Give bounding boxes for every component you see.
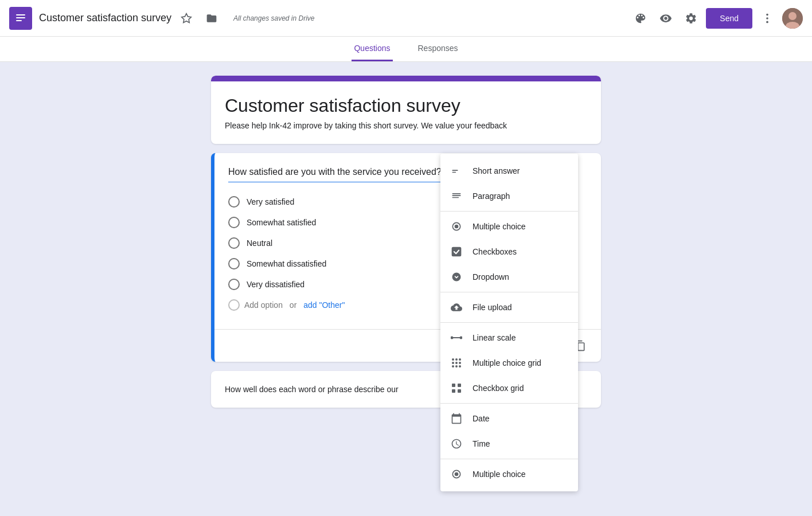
multiple-choice-icon xyxy=(450,220,463,233)
menu-item-file-upload[interactable]: File upload xyxy=(440,295,578,320)
svg-point-4 xyxy=(766,13,768,15)
menu-item-short-answer[interactable]: Short answer xyxy=(440,158,578,183)
svg-rect-34 xyxy=(458,389,461,393)
option-label-5: Very dissatisfied xyxy=(247,280,304,289)
menu-divider-2 xyxy=(440,292,578,292)
radio-2[interactable] xyxy=(228,217,240,228)
menu-item-date[interactable]: Date xyxy=(440,406,578,431)
radio-4[interactable] xyxy=(228,258,240,269)
svg-point-22 xyxy=(452,358,454,361)
menu-label-time: Time xyxy=(473,439,490,448)
checkbox-grid-icon xyxy=(450,381,463,395)
svg-rect-32 xyxy=(458,384,461,387)
main-content: Customer satisfaction survey Please help… xyxy=(0,62,812,421)
survey-description: Please help Ink-42 improve by taking thi… xyxy=(225,121,587,130)
svg-rect-1 xyxy=(16,17,25,18)
svg-rect-11 xyxy=(452,172,456,173)
menu-label-multiple-choice: Multiple choice xyxy=(473,222,526,231)
svg-rect-33 xyxy=(452,389,455,393)
preview-button[interactable] xyxy=(655,8,676,29)
svg-point-23 xyxy=(455,358,458,361)
menu-item-paragraph[interactable]: Paragraph xyxy=(440,183,578,209)
tab-questions[interactable]: Questions xyxy=(352,37,392,61)
svg-point-24 xyxy=(459,358,461,361)
menu-item-checkboxes[interactable]: Checkboxes xyxy=(440,239,578,264)
palette-button[interactable] xyxy=(630,8,651,29)
svg-point-21 xyxy=(460,337,463,339)
svg-point-19 xyxy=(451,337,454,339)
menu-item-multiple-choice[interactable]: Multiple choice xyxy=(440,214,578,239)
menu-divider-4 xyxy=(440,403,578,404)
tab-responses[interactable]: Responses xyxy=(416,37,460,61)
header-right: Send xyxy=(630,8,803,29)
dropdown-icon xyxy=(450,270,463,284)
star-button[interactable] xyxy=(176,8,197,29)
radio-5[interactable] xyxy=(228,279,240,290)
add-other-link[interactable]: add "Other" xyxy=(303,300,345,310)
option-label-2: Somewhat satisfied xyxy=(247,218,316,227)
menu-item-checkbox-grid[interactable]: Checkbox grid xyxy=(440,376,578,401)
header-left: Customer satisfaction survey All changes… xyxy=(9,7,630,30)
menu-label-linear-scale: Linear scale xyxy=(473,333,516,342)
more-button[interactable] xyxy=(757,8,778,29)
folder-button[interactable] xyxy=(201,8,222,29)
menu-item-time[interactable]: Time xyxy=(440,431,578,456)
menu-divider-1 xyxy=(440,211,578,212)
svg-point-8 xyxy=(788,12,797,20)
menu-label-file-upload: File upload xyxy=(473,303,512,312)
svg-rect-10 xyxy=(452,170,458,171)
time-icon xyxy=(450,437,463,451)
svg-point-36 xyxy=(455,472,459,476)
menu-label-dropdown: Dropdown xyxy=(473,272,509,282)
survey-title: Customer satisfaction survey xyxy=(225,95,587,116)
file-upload-icon xyxy=(450,300,463,314)
question-2-text: How well does each word or phrase descri… xyxy=(225,385,399,394)
svg-point-5 xyxy=(766,17,768,19)
svg-point-18 xyxy=(452,273,461,282)
settings-button[interactable] xyxy=(681,8,701,29)
menu-label-checkbox-grid: Checkbox grid xyxy=(473,384,524,393)
menu-item-multiple-choice-2[interactable]: Multiple choice xyxy=(440,462,578,487)
menu-item-multiple-choice-grid[interactable]: Multiple choice grid xyxy=(440,350,578,376)
paragraph-icon xyxy=(450,189,463,203)
svg-point-26 xyxy=(455,362,458,364)
svg-rect-0 xyxy=(16,14,25,15)
menu-label-checkboxes: Checkboxes xyxy=(473,247,517,256)
tabs-bar: Questions Responses xyxy=(0,37,812,62)
svg-rect-2 xyxy=(16,20,22,21)
save-status: All changes saved in Drive xyxy=(233,14,314,22)
menu-label-short-answer: Short answer xyxy=(473,166,520,175)
svg-marker-3 xyxy=(182,13,192,22)
svg-point-25 xyxy=(452,362,454,364)
svg-point-6 xyxy=(766,21,768,23)
option-label-3: Neutral xyxy=(247,239,272,248)
menu-label-multiple-choice-grid: Multiple choice grid xyxy=(473,358,541,368)
short-answer-icon xyxy=(450,164,463,178)
menu-label-paragraph: Paragraph xyxy=(473,191,510,201)
card-accent-bar xyxy=(211,76,601,81)
checkboxes-icon xyxy=(450,245,463,259)
survey-title-body: Customer satisfaction survey Please help… xyxy=(211,81,601,144)
date-icon xyxy=(450,412,463,425)
menu-divider-5 xyxy=(440,459,578,459)
radio-1[interactable] xyxy=(228,196,240,208)
radio-3[interactable] xyxy=(228,237,240,249)
svg-rect-17 xyxy=(452,248,461,256)
multiple-choice-icon-2 xyxy=(450,467,463,481)
menu-item-linear-scale[interactable]: Linear scale xyxy=(440,325,578,350)
svg-point-29 xyxy=(455,365,458,368)
avatar[interactable] xyxy=(782,8,803,29)
add-option-label[interactable]: Add option xyxy=(244,300,283,310)
app-icon xyxy=(9,7,32,30)
or-text: or xyxy=(287,300,299,310)
send-button[interactable]: Send xyxy=(706,8,752,29)
svg-point-30 xyxy=(459,365,461,368)
menu-item-dropdown[interactable]: Dropdown xyxy=(440,264,578,290)
svg-point-28 xyxy=(452,365,454,368)
dropdown-menu: Short answer Paragraph Multiple choice xyxy=(440,154,578,491)
doc-title: Customer satisfaction survey xyxy=(39,12,171,24)
header: Customer satisfaction survey All changes… xyxy=(0,0,812,37)
title-area: Customer satisfaction survey xyxy=(39,8,222,29)
multiple-choice-grid-icon xyxy=(450,356,463,370)
svg-rect-13 xyxy=(452,195,461,196)
